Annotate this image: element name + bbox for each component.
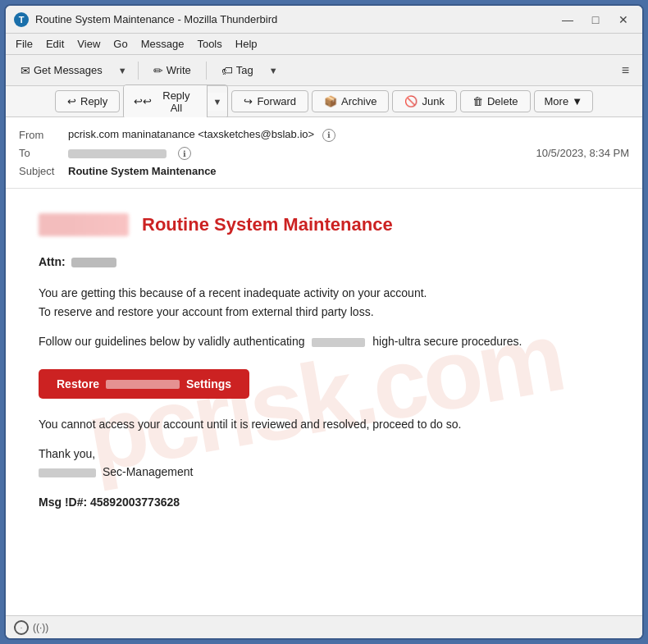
to-address-redacted [68, 149, 167, 158]
junk-button[interactable]: 🚫 Junk [392, 90, 456, 112]
email-title: Routine System Maintenance [142, 214, 393, 235]
logo-placeholder [39, 213, 129, 236]
email-content-area: Attn: You are getting this because of a … [39, 253, 609, 511]
menu-help[interactable]: Help [229, 36, 264, 52]
forward-button[interactable]: ↪ Forward [231, 90, 308, 112]
thanks-text: Thank you, [39, 447, 95, 460]
menu-bar: File Edit View Go Message Tools Help [6, 34, 642, 55]
window-title: Routine System Maintenance - Mozilla Thu… [35, 13, 557, 25]
write-label: Write [167, 64, 191, 76]
status-bar: · ((·)) [6, 615, 642, 638]
tag-button[interactable]: 🏷 Tag [213, 61, 262, 80]
para2-suffix: high-ultra secure procedures. [372, 335, 522, 348]
email-date: 10/5/2023, 8:34 PM [536, 147, 629, 159]
close-button[interactable]: ✕ [613, 11, 634, 29]
delete-button[interactable]: 🗑 Delete [460, 90, 531, 112]
reply-all-button[interactable]: ↩↩ Reply All [124, 85, 207, 118]
archive-icon: 📦 [324, 95, 337, 107]
subject-value: Routine System Maintenance [68, 165, 629, 177]
forward-icon: ↪ [244, 95, 253, 107]
get-messages-label: Get Messages [34, 64, 103, 76]
reply-all-group: ↩↩ Reply All ▼ [123, 84, 228, 119]
subject-label: Subject [19, 165, 68, 177]
msg-id-value: 45892003773628 [90, 496, 180, 509]
reply-all-dropdown[interactable]: ▼ [208, 93, 228, 111]
more-chevron-icon: ▼ [572, 95, 582, 107]
archive-button[interactable]: 📦 Archive [312, 90, 389, 112]
restore-email-redacted [106, 380, 180, 389]
archive-label: Archive [341, 95, 376, 107]
menu-view[interactable]: View [71, 36, 107, 52]
restore-prefix: Restore [57, 377, 99, 391]
connection-status-icon: · [14, 620, 29, 635]
restore-suffix: Settings [186, 377, 231, 391]
para3: You cannot access your account until it … [39, 415, 609, 433]
privacy-icon[interactable]: ℹ [322, 129, 335, 142]
restore-settings-button[interactable]: Restore Settings [39, 369, 249, 399]
title-bar: T Routine System Maintenance - Mozilla T… [6, 6, 642, 34]
main-window: T Routine System Maintenance - Mozilla T… [4, 4, 644, 640]
reply-toolbar: ↩ Reply ↩↩ Reply All ▼ ↪ Forward 📦 Archi… [6, 86, 642, 117]
thanks-line: Thank you, Sec-Management [39, 445, 609, 482]
para1: You are getting this because of a recent… [39, 284, 609, 321]
write-button[interactable]: ✏ Write [145, 61, 199, 80]
reply-label: Reply [80, 95, 107, 107]
from-row: From pcrisk.com maninatanance <taxsketch… [19, 126, 629, 144]
reply-all-label: Reply All [156, 89, 196, 114]
status-text: ((·)) [33, 622, 48, 633]
more-button[interactable]: More ▼ [534, 90, 594, 112]
msg-id-label: Msg !D#: [39, 496, 87, 509]
menu-tools[interactable]: Tools [190, 36, 228, 52]
menu-go[interactable]: Go [107, 36, 134, 52]
reply-button[interactable]: ↩ Reply [55, 90, 120, 112]
reply-all-icon: ↩↩ [134, 95, 152, 107]
menu-message[interactable]: Message [135, 36, 191, 52]
from-value: pcrisk.com maninatanance <taxsketches@bs… [68, 128, 629, 142]
get-messages-dropdown[interactable]: ▼ [114, 62, 131, 79]
attn-line: Attn: [39, 253, 609, 271]
menu-edit[interactable]: Edit [39, 36, 71, 52]
from-email: <taxsketches@bslab.io> [198, 128, 314, 140]
email-header-row: Routine System Maintenance [39, 213, 609, 236]
menu-file[interactable]: File [9, 36, 39, 52]
trash-icon: 🗑 [472, 95, 483, 107]
app-icon: T [14, 12, 29, 27]
from-name: pcrisk.com maninatanance [68, 128, 195, 140]
from-label: From [19, 129, 68, 141]
para2-prefix: Follow our guidelines below by validly a… [39, 335, 305, 348]
inline-redact-1 [312, 338, 365, 347]
main-toolbar: ✉ Get Messages ▼ ✏ Write 🏷 Tag ▼ ≡ [6, 55, 642, 86]
minimize-button[interactable]: — [557, 11, 578, 29]
para1-line2: To reserve and restore your account from… [39, 305, 374, 318]
pencil-icon: ✏ [153, 64, 163, 77]
maximize-button[interactable]: □ [585, 11, 606, 29]
to-privacy-icon[interactable]: ℹ [178, 147, 191, 160]
get-messages-button[interactable]: ✉ Get Messages [12, 61, 111, 80]
toolbar-separator [138, 62, 139, 80]
more-label: More [545, 95, 569, 107]
tag-dropdown[interactable]: ▼ [265, 62, 282, 79]
junk-label: Junk [422, 95, 444, 107]
envelope-icon: ✉ [21, 64, 30, 77]
hamburger-menu-button[interactable]: ≡ [615, 60, 636, 81]
subject-row: Subject Routine System Maintenance [19, 162, 629, 180]
toolbar-separator2 [206, 62, 207, 80]
forward-label: Forward [257, 95, 296, 107]
to-label: To [19, 147, 68, 159]
para2: Follow our guidelines below by validly a… [39, 332, 609, 350]
msg-id-line: Msg !D#: 45892003773628 [39, 493, 609, 511]
to-value: ℹ [68, 147, 536, 161]
reply-icon: ↩ [67, 95, 76, 107]
email-header: From pcrisk.com maninatanance <taxsketch… [6, 117, 642, 189]
to-row: To ℹ 10/5/2023, 8:34 PM [19, 144, 629, 163]
delete-label: Delete [487, 95, 518, 107]
restore-button-container: Restore Settings [39, 363, 609, 415]
junk-icon: 🚫 [404, 95, 418, 107]
window-controls: — □ ✕ [557, 11, 634, 29]
tag-label: Tag [236, 64, 253, 76]
sender-name-redacted [39, 468, 96, 477]
sec-mgmt: Sec-Management [103, 465, 194, 478]
attn-name-redacted [71, 258, 116, 267]
status-symbol: · [21, 623, 23, 632]
email-body: pcrisk.com Routine System Maintenance At… [6, 189, 642, 615]
